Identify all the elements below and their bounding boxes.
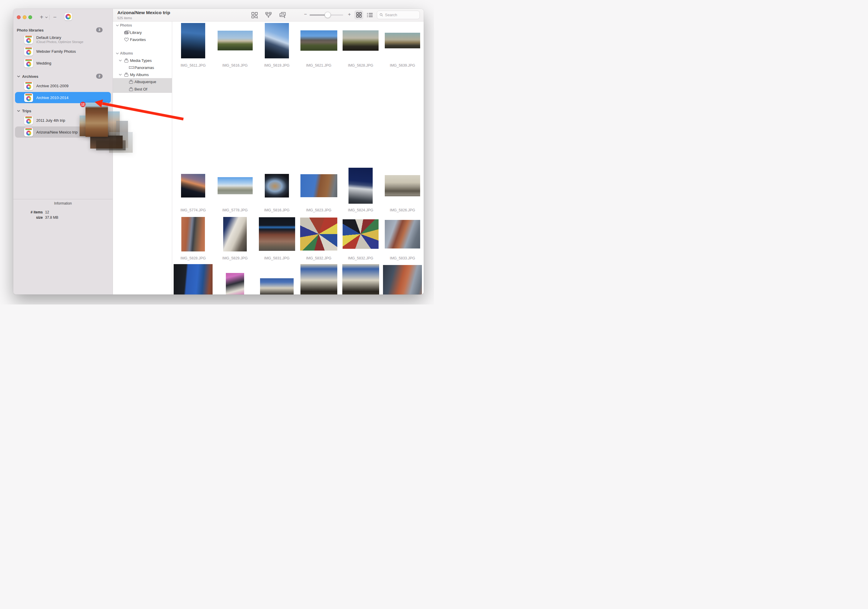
zoom-out-icon[interactable]: − — [304, 11, 307, 17]
photo-cell — [172, 264, 214, 294]
photo-thumbnail[interactable] — [301, 174, 337, 197]
sidebar-item-text: Archive 2010-2014 — [36, 96, 68, 100]
zoom-in-icon[interactable]: + — [348, 11, 351, 17]
tree-item-panoramas[interactable]: Panoramas — [113, 64, 172, 71]
minimize-window-button[interactable] — [23, 15, 26, 19]
photo-cell: IMG_5826.JPG — [381, 169, 423, 212]
sidebar-item-webster-family-photos[interactable]: Webster Family Photos — [13, 45, 113, 57]
album-icon — [124, 73, 129, 77]
photo-library-icon — [24, 116, 33, 125]
add-library-button[interactable]: + — [38, 13, 45, 21]
photo-library-icon — [24, 35, 33, 44]
photo-filename: IMG_5611.JPG — [180, 63, 206, 68]
tree-item-favorites[interactable]: Favorites — [113, 36, 172, 43]
merge-libraries-button[interactable] — [263, 11, 273, 19]
photo-library-icon — [24, 81, 33, 90]
photo-filename: IMG_5824.JPG — [348, 208, 373, 212]
photo-thumbnail[interactable] — [181, 174, 205, 197]
photo-thumbnail[interactable] — [265, 23, 289, 58]
close-window-button[interactable] — [17, 15, 21, 19]
find-duplicates-button[interactable] — [250, 11, 259, 19]
library-stripes-decoration — [25, 59, 32, 61]
sidebar-item-arizona-new-mexico-trip[interactable]: Arizona/New Mexico trip — [15, 127, 111, 138]
sidebar-titlebar: + − — [13, 9, 113, 24]
photo-filename: IMG_5616.JPG — [222, 63, 248, 68]
photo-thumbnail[interactable] — [342, 264, 379, 294]
photo-thumb-wrapper — [381, 216, 423, 252]
photo-thumb-wrapper — [214, 22, 256, 59]
photo-library-icon — [24, 128, 33, 136]
photo-thumbnail[interactable] — [383, 265, 422, 294]
chevron-down-icon[interactable] — [116, 53, 119, 54]
photo-thumbnail[interactable] — [385, 33, 420, 48]
remove-library-button[interactable]: − — [51, 13, 58, 21]
tree-item-albuquerque[interactable]: Albuquerque — [113, 78, 172, 85]
zoom-slider-track[interactable] — [310, 14, 343, 15]
tree-header-albums[interactable]: Albums — [113, 50, 172, 57]
copy-photos-button[interactable] — [277, 11, 287, 19]
photo-thumbnail[interactable] — [301, 30, 337, 51]
photo-thumbnail[interactable] — [181, 217, 205, 251]
sidebar-item-2011-july-4th-trip[interactable]: 2011 July 4th trip — [13, 115, 113, 126]
photo-thumbnail[interactable] — [181, 23, 205, 58]
sidebar-section-header[interactable]: Photo libraries3 — [13, 26, 113, 34]
list-view-button[interactable] — [365, 10, 374, 19]
tree-item-media-types[interactable]: Media Types — [113, 57, 172, 64]
photo-cell: IMG_5621.JPG — [298, 22, 339, 68]
photo-filename: IMG_5774.JPG — [180, 208, 206, 212]
tree-item-library[interactable]: Library — [113, 29, 172, 36]
sidebar-item-archive-2001-2009[interactable]: Archive 2001-2009 — [13, 80, 113, 92]
chevron-down-icon[interactable] — [119, 74, 122, 76]
photo-thumb-wrapper — [172, 169, 214, 202]
photo-thumbnail[interactable] — [385, 175, 420, 196]
tree-item-label: Albuquerque — [135, 80, 156, 84]
sidebar-section-title: Trips — [22, 109, 31, 113]
photo-grid-row: IMG_5828.JPGIMG_5829.JPGIMG_5831.JPGIMG_… — [172, 216, 424, 260]
add-library-chevron-icon[interactable] — [45, 17, 48, 18]
photo-grid-row: IMG_5611.JPGIMG_5616.JPGIMG_5619.JPGIMG_… — [172, 22, 424, 68]
search-field[interactable] — [377, 11, 420, 19]
photo-thumb-wrapper — [172, 264, 214, 294]
photo-cell — [381, 264, 423, 294]
content-body: PhotosLibraryFavoritesAlbumsMedia TypesP… — [113, 22, 424, 294]
sidebar-section-header[interactable]: Trips — [13, 107, 113, 115]
sidebar-item-wedding[interactable]: Wedding — [13, 57, 113, 69]
photo-thumbnail[interactable] — [385, 220, 420, 248]
chevron-down-icon[interactable] — [17, 76, 20, 77]
photo-thumbnail[interactable] — [343, 30, 378, 51]
library-stripes-decoration — [25, 128, 32, 130]
chevron-down-icon[interactable] — [119, 60, 122, 62]
photo-library-icon — [24, 59, 33, 68]
tree-item-best-of[interactable]: Best Of — [113, 85, 172, 93]
tree-item-my-albums[interactable]: My Albums — [113, 71, 172, 78]
sidebar-item-text: Default LibraryiCloud Photos, Optimize S… — [36, 36, 84, 44]
info-panel-title: Information — [13, 201, 113, 205]
photos-flower-icon — [26, 119, 31, 124]
photo-thumbnail[interactable] — [259, 217, 295, 251]
photo-thumbnail[interactable] — [265, 174, 289, 197]
photo-thumbnail[interactable] — [218, 177, 253, 194]
photo-thumbnail[interactable] — [226, 273, 244, 294]
sidebar-item-archive-2010-2014[interactable]: Archive 2010-2014 — [15, 92, 111, 103]
photo-thumbnail[interactable] — [174, 264, 212, 294]
photo-thumbnail[interactable] — [349, 168, 373, 204]
photo-thumbnail[interactable] — [260, 278, 294, 294]
photo-thumbnail[interactable] — [343, 219, 378, 249]
photo-thumbnail[interactable] — [300, 217, 337, 251]
zoom-slider-thumb[interactable] — [325, 12, 331, 18]
chevron-down-icon[interactable] — [116, 25, 119, 26]
photo-thumbnail[interactable] — [301, 264, 337, 294]
photo-thumbnail[interactable] — [223, 217, 247, 251]
tree-header-photos[interactable]: Photos — [113, 22, 172, 29]
photo-thumbnail[interactable] — [218, 31, 253, 50]
sidebar-section-header[interactable]: Archives2 — [13, 73, 113, 80]
search-icon — [380, 13, 383, 17]
grid-view-button[interactable] — [354, 10, 363, 19]
sidebar-item-default-library[interactable]: Default LibraryiCloud Photos, Optimize S… — [13, 34, 113, 45]
zoom-window-button[interactable] — [28, 15, 32, 19]
photo-cell: IMG_5824.JPG — [339, 169, 381, 212]
drag-count-badge: 12 — [80, 102, 85, 107]
chevron-down-icon[interactable] — [17, 110, 20, 112]
sidebar-item-text: 2011 July 4th trip — [36, 118, 65, 122]
search-input[interactable] — [385, 13, 417, 17]
